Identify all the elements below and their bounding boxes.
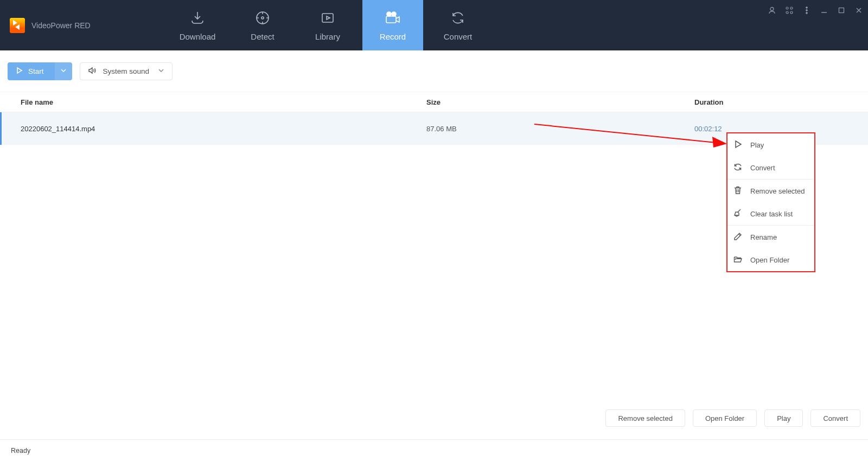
status-bar: Ready [0, 439, 868, 461]
cell-filename: 20220602_114414.mp4 [21, 125, 426, 133]
menu-open-folder[interactable]: Open Folder [727, 248, 814, 271]
library-icon [320, 10, 336, 28]
status-text: Ready [11, 447, 30, 454]
nav-download[interactable]: Download [163, 0, 232, 50]
nav-library[interactable]: Library [293, 0, 362, 50]
nav-convert[interactable]: Convert [423, 0, 493, 50]
nav-detect[interactable]: Detect [232, 0, 293, 50]
menu-label: Clear task list [750, 210, 793, 218]
grid-icon[interactable] [784, 5, 794, 15]
record-icon [384, 10, 401, 28]
btn-label: Remove selected [618, 414, 672, 422]
detect-icon [254, 10, 271, 28]
btn-label: Open Folder [705, 414, 744, 422]
convert-button[interactable]: Convert [810, 409, 860, 427]
nav-label: Library [315, 32, 340, 41]
svg-point-9 [786, 11, 788, 14]
more-icon[interactable] [802, 5, 812, 15]
btn-label: Convert [823, 414, 848, 422]
play-icon [733, 139, 743, 151]
main-nav: Download Detect Library Record Convert [163, 0, 493, 50]
pencil-icon [733, 232, 743, 243]
convert-icon [733, 162, 743, 174]
start-button-main[interactable]: Start [8, 62, 55, 80]
remove-selected-button[interactable]: Remove selected [605, 409, 685, 427]
menu-label: Play [750, 141, 764, 149]
sound-dropdown[interactable]: System sound [80, 62, 173, 80]
svg-point-13 [806, 12, 808, 14]
download-icon [189, 10, 206, 28]
sound-label: System sound [103, 67, 150, 75]
nav-label: Record [380, 32, 406, 41]
play-button[interactable]: Play [764, 409, 803, 427]
nav-record[interactable]: Record [362, 0, 423, 50]
nav-label: Download [180, 32, 216, 41]
play-icon [15, 67, 23, 76]
close-icon[interactable] [854, 5, 864, 15]
cell-size: 87.06 MB [426, 125, 694, 133]
svg-point-5 [392, 12, 396, 16]
app-logo-icon [10, 18, 25, 33]
svg-point-7 [786, 7, 788, 9]
col-header-size[interactable]: Size [426, 98, 694, 106]
menu-clear-task[interactable]: Clear task list [727, 202, 814, 225]
menu-play[interactable]: Play [727, 133, 814, 156]
svg-rect-2 [322, 14, 333, 22]
svg-point-12 [806, 10, 808, 11]
svg-point-10 [790, 11, 793, 14]
chevron-down-icon [60, 66, 67, 76]
logo-area: VideoPower RED [0, 0, 163, 50]
nav-label: Convert [444, 32, 473, 41]
broom-icon [733, 208, 743, 220]
menu-convert[interactable]: Convert [727, 156, 814, 179]
maximize-icon[interactable] [837, 5, 846, 15]
minimize-icon[interactable] [819, 5, 829, 15]
svg-point-11 [806, 7, 808, 9]
menu-label: Rename [750, 233, 777, 241]
btn-label: Play [777, 414, 790, 422]
nav-label: Detect [251, 32, 274, 41]
start-button[interactable]: Start [8, 62, 72, 80]
app-title: VideoPower RED [31, 21, 91, 30]
table-header: File name Size Duration [0, 92, 868, 112]
record-toolbar: Start System sound [0, 50, 868, 92]
menu-label: Open Folder [750, 256, 789, 264]
start-label: Start [28, 67, 44, 75]
start-dropdown[interactable] [55, 62, 72, 80]
col-header-duration[interactable]: Duration [694, 98, 868, 106]
menu-remove-selected[interactable]: Remove selected [727, 180, 814, 202]
svg-rect-14 [839, 8, 844, 13]
col-header-name[interactable]: File name [21, 98, 426, 106]
svg-point-6 [770, 8, 774, 11]
context-menu: Play Convert Remove selected Clear task … [726, 132, 815, 272]
menu-label: Convert [750, 164, 775, 172]
convert-icon [450, 10, 466, 28]
footer-actions: Remove selected Open Folder Play Convert [0, 402, 868, 434]
window-controls [767, 5, 864, 15]
chevron-down-icon [158, 67, 164, 75]
open-folder-button[interactable]: Open Folder [693, 409, 757, 427]
menu-rename[interactable]: Rename [727, 226, 814, 248]
cell-duration: 00:02:12 [694, 125, 868, 133]
svg-point-1 [261, 17, 264, 19]
svg-rect-3 [386, 16, 396, 23]
folder-icon [733, 254, 743, 266]
speaker-icon [88, 66, 97, 76]
svg-point-8 [790, 7, 793, 9]
svg-point-4 [387, 12, 391, 16]
user-icon[interactable] [767, 5, 777, 15]
trash-icon [733, 185, 743, 197]
menu-label: Remove selected [750, 187, 805, 195]
header-bar: VideoPower RED Download Detect Library R… [0, 0, 868, 50]
